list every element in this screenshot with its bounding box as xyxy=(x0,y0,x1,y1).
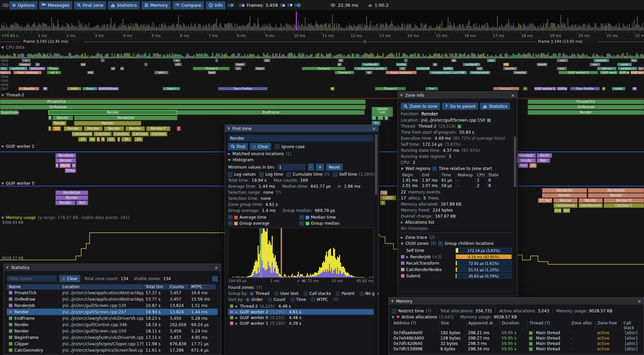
timeline-zone[interactable]: Render xyxy=(528,110,644,115)
cpu-zone[interactable] xyxy=(101,59,105,62)
timeline-zone[interactable]: C xyxy=(97,137,100,142)
cpu-zone[interactable]: GUIF-w xyxy=(619,71,630,74)
table-row[interactable]: CalcGeometryjni/../jni/src/claw/graphics… xyxy=(7,347,218,353)
collapse-icon[interactable]: ▼ xyxy=(400,93,403,97)
column-header[interactable]: Duration xyxy=(500,321,527,330)
timeline-zone[interactable]: CalcGeo xyxy=(131,132,149,136)
expand-icon[interactable]: ▶ xyxy=(228,152,230,156)
checkbox-box[interactable] xyxy=(333,172,337,177)
timeline-zone[interactable]: Render xyxy=(74,121,141,126)
timeline-zone[interactable]: 9 xyxy=(71,163,76,168)
timeline-zone[interactable]: Sef xyxy=(563,208,570,213)
radio-circle[interactable] xyxy=(290,298,295,302)
timeline-zone[interactable]: S xyxy=(384,116,388,120)
table-row[interactable]: PrivateTickjni/../jni/src/claw/applicati… xyxy=(7,290,218,296)
radio-circle[interactable] xyxy=(311,298,315,302)
cpu-zone[interactable]: sen xyxy=(557,59,568,62)
histogram-plot[interactable] xyxy=(228,228,374,278)
restrict-time-checkbox[interactable] xyxy=(392,309,396,313)
column-header[interactable]: Zone alloc xyxy=(569,321,595,330)
child-zone-row[interactable]: Self time172.14 μs (3.83%) xyxy=(401,247,512,254)
column-header[interactable]: Size xyxy=(439,321,466,330)
cpu-zone[interactable]: cfr xyxy=(174,63,182,66)
radio[interactable]: Thread xyxy=(250,291,269,296)
child-zone-row[interactable]: RecalcTransform72.92 μs (1.62%) xyxy=(401,260,512,266)
timeline-zone[interactable]: CalcGeome xyxy=(553,203,578,208)
cpu-zone[interactable]: ir xyxy=(22,59,31,62)
cpu-zone[interactable]: kworke xyxy=(513,71,527,74)
timeline-zone[interactable]: Draw xyxy=(65,168,76,173)
cpu-zone[interactable]: surfac xyxy=(443,67,453,70)
table-row[interactable]: 0x7dfc42d64032 bytes298.3 ms59.95 sMain … xyxy=(392,341,641,346)
timeline-zone[interactable]: R xyxy=(48,116,52,120)
timeline-zone[interactable]: 18 xyxy=(529,163,537,168)
cpu-zone[interactable]: Threa xyxy=(47,67,59,70)
timeline-zone[interactable]: CalcGeo C xyxy=(604,203,644,208)
column-header[interactable]: Location xyxy=(60,284,144,290)
tools-button[interactable] xyxy=(227,3,233,7)
timeline-zone[interactable]: Render xyxy=(579,198,603,203)
power-button[interactable] xyxy=(2,3,7,7)
clear-button[interactable]: ⊘Clear xyxy=(250,143,271,150)
checkbox[interactable]: Log values xyxy=(228,172,256,177)
timeline-zone[interactable]: Render xyxy=(517,158,536,163)
cpu-zone[interactable]: Thread-2 xyxy=(193,67,230,70)
timeline-zone[interactable]: RenderJol xyxy=(542,188,587,193)
radio-circle[interactable] xyxy=(274,292,279,296)
thread2-header[interactable]: ▼ Thread-2 xyxy=(1,93,24,97)
options-button[interactable] xyxy=(212,276,218,281)
cpu-zone[interactable]: composer@2.1-se [HW xyxy=(429,71,467,74)
cpu-zone[interactable]: ro xyxy=(433,63,437,66)
collapse-icon[interactable]: ▼ xyxy=(1,216,4,220)
cpu-zone[interactable]: kv xyxy=(631,59,637,62)
frame-menu-button[interactable]: ▼ xyxy=(287,3,292,7)
help-icon[interactable]: (?) xyxy=(257,285,262,290)
cpu-zone[interactable]: kwoc xyxy=(208,71,216,74)
table-row[interactable]: Renderjni/../jni/src/guif/Screen.cpp:150… xyxy=(7,328,218,334)
next-frame-button[interactable]: ▶ xyxy=(280,3,285,7)
timeline-zone[interactable]: Re5 xyxy=(76,201,88,205)
expand-icon[interactable]: ▶ xyxy=(401,236,403,239)
histogram-expander[interactable]: ▼ Histogram xyxy=(228,158,374,162)
timeline-zone[interactable]: Rende xyxy=(52,121,66,126)
cpu-zone[interactable]: kwor xyxy=(235,63,246,66)
checkbox-box[interactable]: ✓ xyxy=(228,221,232,226)
cpu-zone[interactable]: tracy_systrace xyxy=(13,71,42,74)
timeline-zone[interactable]: Render F xyxy=(146,126,170,131)
cpu-zone[interactable]: rot_d xyxy=(47,71,61,74)
cpu-zone[interactable]: ia xyxy=(111,67,115,70)
timeline-zone[interactable]: CalcG xyxy=(380,195,396,200)
cpu-zone[interactable]: sys xyxy=(487,59,496,62)
scrollbar-thumb[interactable] xyxy=(514,137,516,187)
statistics-button[interactable]: Statistics xyxy=(108,1,139,9)
expand-icon[interactable]: ▶ xyxy=(401,221,403,224)
cpu-zone[interactable]: st xyxy=(337,63,342,66)
timeline-zone[interactable]: S xyxy=(372,116,376,120)
collapse-icon[interactable]: ▼ xyxy=(228,158,231,162)
cpu-zone[interactable]: GUIF worker 0 xyxy=(558,71,598,74)
cpu-zone[interactable]: Tracy I xyxy=(163,87,180,90)
cpu-zone[interactable]: GUIF worker 2 xyxy=(534,87,556,90)
cpu-zone[interactable]: Thread-2 xyxy=(302,67,345,70)
radio[interactable]: MTPC xyxy=(311,297,328,302)
cpu-zone[interactable]: syste xyxy=(617,63,632,66)
column-header[interactable]: Thread (?) xyxy=(527,321,569,330)
table-row[interactable]: Renderjni/../jni/src/guif/Screen.cpp:257… xyxy=(7,309,218,315)
decrement-button[interactable]: - xyxy=(308,164,314,171)
radio[interactable]: Parent xyxy=(336,291,354,296)
cpu-zone[interactable]: se xyxy=(451,59,457,62)
table-row[interactable]: OnRedrawjni/../jni/src/claw/application/… xyxy=(7,296,218,302)
cpu-data-header[interactable]: ▼ CPU data xyxy=(1,45,24,50)
cpu-zone[interactable]: GUIF worker 1 xyxy=(631,71,644,74)
timeline-zone[interactable]: Render xyxy=(84,126,103,131)
timeline-zone[interactable]: 8 xyxy=(101,137,105,142)
info-button[interactable]: Info xyxy=(206,1,226,9)
wait-regions-expander[interactable]: ▼ Wait regions ✓ Time relative to zone s… xyxy=(401,166,512,171)
timeline-zone[interactable]: Render xyxy=(125,126,145,131)
table-row[interactable]: Renderjni/../jni/src/guif/Control.cpp:34… xyxy=(7,321,218,328)
timeline-zone[interactable]: OnRedraw xyxy=(528,105,644,109)
timeline-zone[interactable]: Render xyxy=(542,193,587,198)
collapse-icon[interactable]: ▼ xyxy=(1,145,4,148)
cpu-zone[interactable]: kwgpe xyxy=(18,63,31,66)
zone-group-row[interactable]: ▶Thread-2(4,105)6.46 s xyxy=(228,303,374,309)
